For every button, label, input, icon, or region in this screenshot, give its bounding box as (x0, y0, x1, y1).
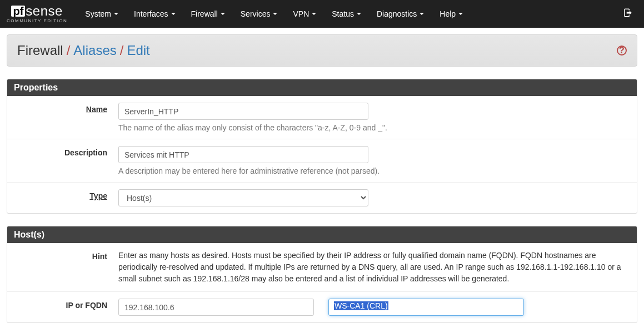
brand-pf: pf (11, 6, 25, 17)
nav-help[interactable]: Help (432, 0, 471, 28)
brand-subtitle: COMMUNITY EDITION (7, 19, 67, 23)
top-navbar: pfsense COMMUNITY EDITION System Interfa… (0, 0, 644, 28)
breadcrumb-edit-link[interactable]: Edit (127, 43, 149, 58)
label-hint: Hint (13, 250, 107, 285)
breadcrumb-aliases-link[interactable]: Aliases (73, 43, 116, 58)
label-type: Type (13, 189, 107, 206)
properties-header: Properties (7, 79, 637, 96)
nav-status[interactable]: Status (324, 0, 369, 28)
hint-text: Enter as many hosts as desired. Hosts mu… (118, 250, 631, 285)
nav-vpn[interactable]: VPN (285, 0, 324, 28)
name-help: The name of the alias may only consist o… (118, 123, 631, 132)
row-description: Description A description may be entered… (7, 139, 637, 183)
label-name: Name (13, 103, 107, 132)
description-help: A description may be entered here for ad… (118, 166, 631, 175)
caret-down-icon (171, 13, 176, 15)
breadcrumb-root: Firewall (17, 43, 63, 58)
breadcrumb-sep: / (120, 43, 124, 58)
caret-down-icon (458, 13, 463, 15)
brand-logo[interactable]: pfsense COMMUNITY EDITION (7, 4, 67, 23)
hosts-header: Host(s) (7, 226, 637, 243)
type-select[interactable]: Host(s) (118, 189, 368, 206)
ip-description-input[interactable] (328, 299, 524, 316)
brand-sense: sense (26, 4, 63, 18)
nav-diagnostics[interactable]: Diagnostics (369, 0, 432, 28)
row-name: Name The name of the alias may only cons… (7, 96, 637, 139)
caret-down-icon (312, 13, 316, 15)
label-ip: IP or FQDN (13, 299, 107, 316)
caret-down-icon (273, 13, 277, 15)
caret-down-icon (114, 13, 118, 15)
breadcrumb: Firewall / Aliases / Edit ? (7, 34, 637, 67)
hosts-panel: Host(s) Hint Enter as many hosts as desi… (7, 226, 637, 323)
nav-system[interactable]: System (77, 0, 126, 28)
name-input[interactable] (118, 103, 368, 120)
row-type: Type Host(s) (7, 183, 637, 213)
breadcrumb-sep: / (67, 43, 71, 58)
nav-firewall[interactable]: Firewall (183, 0, 233, 28)
ip-input[interactable] (118, 299, 314, 316)
nav-services[interactable]: Services (233, 0, 286, 28)
label-description: Description (13, 146, 107, 175)
row-ip: IP or FQDN WS-CA1 (CRL) (7, 292, 637, 322)
caret-down-icon (357, 13, 361, 15)
help-icon[interactable]: ? (617, 46, 627, 55)
properties-panel: Properties Name The name of the alias ma… (7, 79, 637, 214)
caret-down-icon (221, 13, 225, 15)
description-input[interactable] (118, 146, 368, 163)
nav-interfaces[interactable]: Interfaces (126, 0, 183, 28)
logout-icon[interactable] (618, 8, 637, 21)
caret-down-icon (420, 13, 424, 15)
row-hint: Hint Enter as many hosts as desired. Hos… (7, 243, 637, 292)
nav-items: System Interfaces Firewall Services VPN … (77, 0, 618, 28)
